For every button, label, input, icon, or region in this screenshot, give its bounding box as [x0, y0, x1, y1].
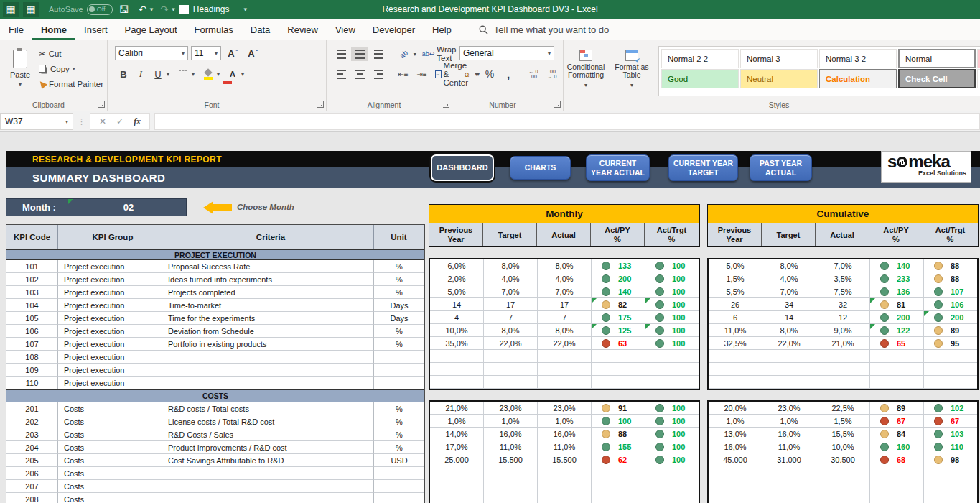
tab-page-layout[interactable]: Page Layout [116, 19, 186, 40]
align-left-icon[interactable] [332, 67, 350, 81]
font-name-select[interactable]: Calibri▾ [115, 46, 188, 60]
kpi-group-cell[interactable]: Project execution [58, 325, 162, 338]
font-size-select[interactable]: 11▾ [191, 46, 221, 60]
value-cell[interactable]: 11,0% [538, 440, 592, 453]
kpi-unit-cell[interactable] [374, 377, 424, 389]
ratio-cell[interactable] [592, 479, 645, 492]
kpi-code-cell[interactable]: 101 [6, 260, 58, 273]
kpi-code-cell[interactable]: 208 [6, 493, 58, 503]
kpi-criteria-cell[interactable]: Time for the experiments [162, 312, 374, 325]
ratio-cell[interactable]: 100 [645, 311, 699, 324]
ratio-cell[interactable]: 68 [870, 453, 924, 466]
value-cell[interactable] [484, 363, 538, 376]
kpi-code-cell[interactable]: 104 [6, 299, 58, 312]
save-icon[interactable]: 🖫 [117, 4, 131, 15]
format-painter-button[interactable]: Format Painter [39, 76, 103, 91]
value-cell[interactable] [709, 466, 762, 479]
kpi-group-cell[interactable]: Project execution [58, 273, 162, 286]
value-cell[interactable] [709, 479, 762, 492]
ratio-cell[interactable]: 100 [645, 337, 699, 350]
value-cell[interactable] [430, 492, 484, 503]
kpi-group-cell[interactable]: Costs [58, 415, 162, 428]
value-cell[interactable]: 17 [484, 298, 538, 311]
borders-caret-icon[interactable]: ▾ [192, 71, 195, 78]
ratio-cell[interactable]: 140 [592, 285, 645, 298]
value-cell[interactable] [816, 466, 870, 479]
ratio-cell[interactable] [924, 466, 977, 479]
kpi-code-cell[interactable]: 203 [6, 428, 58, 441]
kpi-unit-cell[interactable]: % [374, 428, 424, 441]
ratio-cell[interactable] [870, 363, 924, 376]
kpi-code-cell[interactable]: 206 [6, 467, 58, 480]
ratio-cell[interactable]: 88 [592, 428, 645, 440]
value-cell[interactable]: 15.500 [538, 453, 592, 466]
ratio-cell[interactable]: 81 [870, 298, 924, 311]
paste-button[interactable]: Paste ▾ [4, 45, 36, 92]
value-cell[interactable]: 13,0% [709, 428, 762, 440]
value-cell[interactable]: 26 [709, 298, 762, 311]
value-cell[interactable] [538, 363, 592, 376]
kpi-group-cell[interactable]: Costs [58, 480, 162, 493]
value-cell[interactable] [538, 376, 592, 389]
ratio-cell[interactable]: 100 [645, 259, 699, 272]
ratio-cell[interactable]: 100 [645, 285, 699, 298]
value-cell[interactable]: 22,0% [762, 337, 816, 350]
kpi-unit-cell[interactable]: % [374, 325, 424, 338]
kpi-code-cell[interactable]: 109 [6, 364, 58, 377]
value-cell[interactable]: 7,0% [484, 285, 538, 298]
value-cell[interactable]: 21,0% [430, 402, 484, 415]
ratio-cell[interactable]: 175 [592, 311, 645, 324]
nav-button-past-year-actual[interactable]: PAST YEAR ACTUAL [750, 154, 812, 181]
ratio-cell[interactable] [645, 376, 699, 389]
ratio-cell[interactable]: 100 [645, 324, 699, 337]
kpi-group-cell[interactable]: Project execution [58, 299, 162, 312]
value-cell[interactable]: 20,0% [709, 402, 762, 415]
ratio-cell[interactable]: 133 [592, 259, 645, 272]
kpi-code-cell[interactable]: 106 [6, 325, 58, 338]
kpi-code-cell[interactable]: 105 [6, 312, 58, 325]
value-cell[interactable]: 1,0% [709, 415, 762, 428]
value-cell[interactable]: 17 [538, 298, 592, 311]
value-cell[interactable]: 6 [709, 311, 762, 324]
kpi-group-cell[interactable]: Project execution [58, 351, 162, 364]
ratio-cell[interactable]: 62 [592, 453, 645, 466]
ratio-cell[interactable]: 155 [592, 440, 645, 453]
kpi-unit-cell[interactable]: % [374, 441, 424, 454]
style-chip-check-cell[interactable]: Check Cell [898, 69, 976, 88]
kpi-group-cell[interactable]: Costs [58, 467, 162, 480]
value-cell[interactable] [538, 479, 592, 492]
kpi-unit-cell[interactable]: Days [374, 299, 424, 312]
value-cell[interactable]: 22,0% [538, 337, 592, 350]
ratio-cell[interactable]: 91 [592, 402, 645, 415]
value-cell[interactable] [762, 479, 816, 492]
style-chip-normal[interactable]: Normal [898, 49, 976, 68]
kpi-group-cell[interactable]: Costs [58, 428, 162, 441]
value-cell[interactable]: 22,0% [484, 337, 538, 350]
ratio-cell[interactable] [592, 492, 645, 503]
kpi-group-cell[interactable]: Costs [58, 441, 162, 454]
tab-help[interactable]: Help [424, 19, 460, 40]
value-cell[interactable]: 25.000 [430, 453, 484, 466]
ratio-cell[interactable] [645, 492, 699, 503]
month-value[interactable]: 02 [93, 202, 164, 213]
nav-button-charts[interactable]: CHARTS [510, 156, 571, 180]
ratio-cell[interactable]: 160 [870, 440, 924, 453]
style-chip-calculation[interactable]: Calculation [819, 69, 897, 88]
kpi-criteria-cell[interactable] [162, 467, 374, 480]
kpi-unit-cell[interactable] [374, 467, 424, 480]
value-cell[interactable] [816, 363, 870, 376]
value-cell[interactable]: 1,0% [538, 415, 592, 428]
ratio-cell[interactable]: 103 [924, 428, 977, 440]
value-cell[interactable] [538, 466, 592, 479]
value-cell[interactable]: 8,0% [538, 324, 592, 337]
kpi-group-cell[interactable]: Project execution [58, 286, 162, 299]
ratio-cell[interactable] [870, 492, 924, 503]
ratio-cell[interactable] [645, 350, 699, 363]
ratio-cell[interactable] [645, 479, 699, 492]
value-cell[interactable] [709, 363, 762, 376]
ratio-cell[interactable] [924, 479, 977, 492]
ratio-cell[interactable] [870, 466, 924, 479]
value-cell[interactable]: 35,0% [430, 337, 484, 350]
ratio-cell[interactable] [870, 350, 924, 363]
ratio-cell[interactable]: 200 [924, 311, 977, 324]
